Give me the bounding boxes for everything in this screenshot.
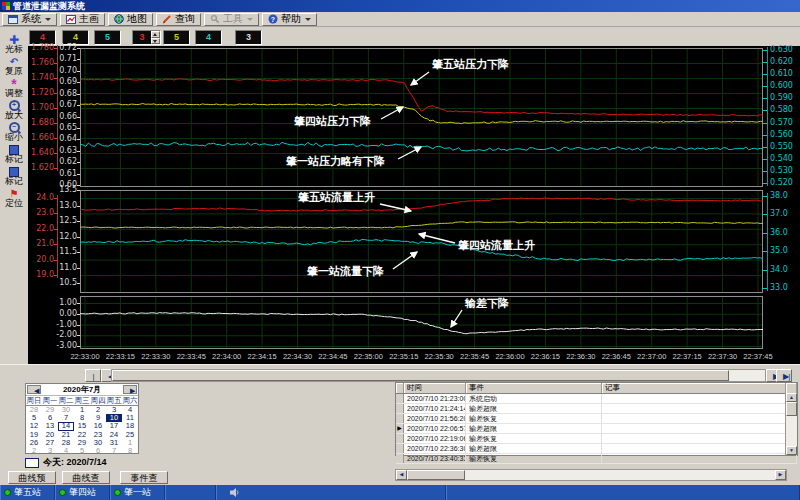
spin-down-icon[interactable]: [151, 38, 160, 45]
menu-map[interactable]: 地图: [108, 13, 153, 26]
status-tab-zhao4[interactable]: 肇四站: [55, 485, 110, 500]
calendar-day[interactable]: 2: [26, 447, 42, 455]
calendar-day[interactable]: 6: [90, 447, 106, 455]
tool-zoom-out[interactable]: − 缩小: [1, 120, 27, 142]
axis-tick-label: 1.700: [31, 104, 54, 112]
calendar-day[interactable]: 3: [42, 447, 58, 455]
tool-adjust[interactable]: * 调整: [1, 76, 27, 98]
series-line-肇一站压力: [80, 142, 763, 151]
scroll-right-button[interactable]: ▶: [775, 470, 786, 480]
column-header-note[interactable]: 记事: [602, 383, 786, 393]
timeline-scrollbar[interactable]: [111, 369, 766, 382]
timeline-scrollbar-thumb[interactable]: [112, 370, 729, 381]
vscroll-thumb[interactable]: [786, 402, 797, 416]
event-cell: 2020/7/10 23:40:33: [404, 454, 466, 463]
axis-tick: [77, 237, 80, 238]
axis-tick-label: 0.62: [59, 158, 77, 166]
event-cell: [602, 434, 797, 443]
event-row[interactable]: 2020/7/10 22:36:30输差超限: [396, 444, 797, 454]
status-ok-icon: [4, 489, 11, 496]
axis-tick-label: 13.0: [59, 202, 77, 210]
axis-tick-label: 0.530: [770, 167, 793, 175]
hscroll-thumb[interactable]: [407, 470, 465, 480]
scroll-up-button[interactable]: ▲: [786, 393, 797, 402]
axis-tick: [77, 206, 80, 207]
calendar-today-row[interactable]: 今天: 2020/7/14: [25, 456, 107, 469]
column-header-event[interactable]: 事件: [466, 383, 602, 393]
calendar: ◀ 2020年7月 ▶ 周日周一周二周三周四周五周六 2829301234567…: [25, 383, 139, 454]
axis-tick: [77, 105, 80, 106]
menu-help[interactable]: ? 帮助: [262, 13, 317, 26]
axis-tick: [77, 174, 80, 175]
tool-cursor[interactable]: ✚ 光标: [1, 32, 27, 54]
status-tab-zhao1[interactable]: 肇一站: [110, 485, 165, 500]
time-axis-label: 22:34:00: [212, 353, 241, 361]
scroll-down-button[interactable]: ▼: [786, 446, 797, 455]
series-line-肇五站压力: [80, 79, 763, 116]
chart-annotation: 肇一站压力略有下降: [285, 155, 385, 167]
calendar-next-button[interactable]: ▶: [123, 385, 137, 394]
event-row[interactable]: 2020/7/10 22:19:06输差恢复: [396, 434, 797, 444]
event-table-hscrollbar[interactable]: ◀ ▶: [395, 469, 787, 481]
menu-system[interactable]: 系统: [2, 13, 57, 26]
tool-restore[interactable]: ↶ 复原: [1, 54, 27, 76]
status-section-empty: [165, 485, 216, 500]
calendar-day[interactable]: 8: [122, 447, 138, 455]
time-axis-label: 22:33:15: [106, 353, 135, 361]
nav-last-button[interactable]: ▶|: [776, 369, 792, 382]
axis-tick: [77, 314, 80, 315]
nav-first-button[interactable]: |◀: [85, 369, 101, 382]
menu-query[interactable]: 查询: [156, 13, 201, 26]
window-title: 管道泄漏监测系统: [13, 0, 85, 13]
tool-mark-2[interactable]: 标记: [1, 164, 27, 186]
event-cell: 2020/7/10 22:06:57: [404, 424, 466, 433]
axis-tick-label: 33.0: [770, 284, 788, 292]
time-axis-label: 22:35:45: [460, 353, 489, 361]
time-axis-label: 22:33:00: [70, 353, 99, 361]
speaker-icon[interactable]: [230, 488, 239, 497]
menu-main-screen[interactable]: 主画: [60, 13, 105, 26]
row-marker: [396, 454, 404, 463]
event-row[interactable]: 2020/7/10 21:24:14输差超限: [396, 404, 797, 414]
axis-tick: [77, 268, 80, 269]
event-row[interactable]: 2020/7/10 21:23:00系统启动: [396, 394, 797, 404]
calendar-day[interactable]: 5: [74, 447, 90, 455]
spinner-buttons[interactable]: [151, 31, 160, 44]
tool-locate[interactable]: ⚑ 定位: [1, 186, 27, 208]
axis-tick-label: 35.0: [770, 247, 788, 255]
channel-count-spinner[interactable]: 3: [132, 30, 161, 45]
column-header-time[interactable]: 时间: [404, 383, 466, 393]
event-cell: [602, 404, 797, 413]
event-view-button[interactable]: 事件查看: [120, 471, 168, 484]
event-table-vscrollbar[interactable]: ▲ ▼: [785, 393, 797, 455]
axis-tick-label: 13.5: [59, 186, 77, 194]
calendar-day-header: 周六: [122, 396, 138, 405]
event-row[interactable]: ▶2020/7/10 22:06:57输差超限: [396, 424, 797, 434]
axis-tick-label: 0.69: [59, 78, 77, 86]
axis-tick: [77, 139, 80, 140]
calendar-header: ◀ 2020年7月 ▶: [26, 384, 138, 396]
event-row[interactable]: 2020/7/10 21:56:20输差恢复: [396, 414, 797, 424]
row-marker: ▶: [396, 424, 404, 433]
tool-mark-1[interactable]: 标记: [1, 142, 27, 164]
channel-count-box: 5: [94, 30, 121, 45]
row-marker: [396, 404, 404, 413]
menu-tools[interactable]: 工具: [204, 13, 259, 26]
status-tab-zhao5[interactable]: 肇五站: [0, 485, 55, 500]
curve-view-button[interactable]: 曲线查看: [62, 471, 110, 484]
event-row[interactable]: 2020/7/10 23:40:33输差恢复: [396, 454, 797, 464]
scroll-left-button[interactable]: ◀: [396, 470, 407, 480]
axis-tick-label: 20.0: [36, 256, 54, 264]
event-table-body: 2020/7/10 21:23:00系统启动2020/7/10 21:24:14…: [396, 394, 797, 464]
axis-tick-label: 0.70: [59, 67, 77, 75]
axis-tick-label: 38.0: [770, 192, 788, 200]
calendar-day[interactable]: 7: [106, 447, 122, 455]
today-box-icon: [25, 458, 39, 468]
axis-tick: [77, 221, 80, 222]
status-bar: 肇五站 肇四站 肇一站: [0, 485, 800, 500]
tool-zoom-in[interactable]: + 放大: [1, 98, 27, 120]
time-axis-label: 22:36:15: [531, 353, 560, 361]
curve-preview-button[interactable]: 曲线预览: [8, 471, 56, 484]
calendar-day[interactable]: 4: [58, 447, 74, 455]
calendar-prev-button[interactable]: ◀: [27, 385, 41, 394]
